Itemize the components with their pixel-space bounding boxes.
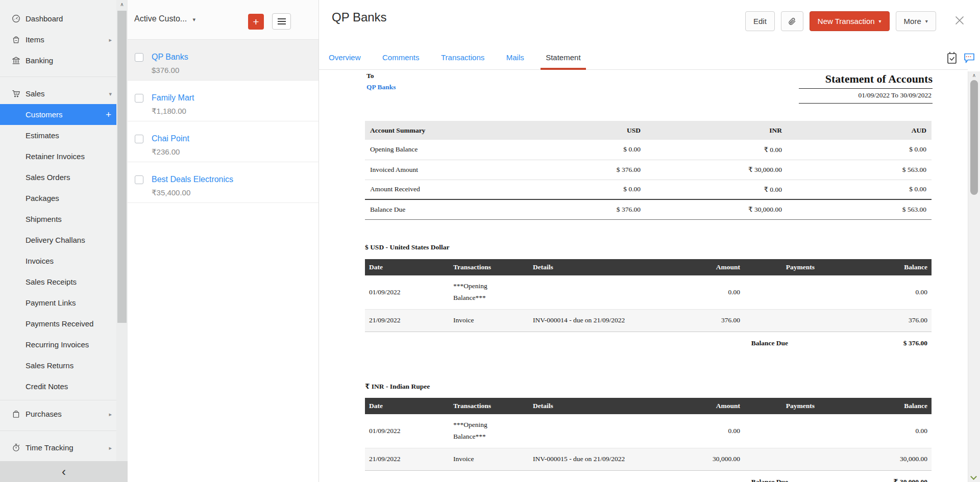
sidebar-item-label: Customers xyxy=(26,110,63,119)
chevron-left-icon: ‹ xyxy=(62,466,66,478)
sidebar-collapse-button[interactable]: ‹ xyxy=(0,461,128,482)
sidebar-item-banking[interactable]: Banking xyxy=(0,50,116,71)
sidebar-item-payments-received[interactable]: Payments Received xyxy=(0,313,116,334)
stopwatch-icon xyxy=(11,443,21,452)
sidebar-item-customers[interactable]: Customers + xyxy=(0,104,116,125)
tab-quick-icons: ... xyxy=(946,51,976,65)
add-customer-button[interactable]: + xyxy=(248,14,264,30)
sidebar-nav: Dashboard Items ▸ Banking Sales ▾ Custom… xyxy=(0,0,116,458)
sidebar-item-delivery-challans[interactable]: Delivery Challans xyxy=(0,230,116,250)
customer-row[interactable]: Best Deals Electronics ₹35,400.00 xyxy=(128,162,318,203)
customer-row[interactable]: Chai Point ₹236.00 xyxy=(128,121,318,162)
sidebar-item-packages[interactable]: Packages xyxy=(0,188,116,209)
summary-row: Opening Balance $ 0.00 ₹ 0.00 $ 0.00 xyxy=(365,140,932,160)
customer-list-panel: Active Custo... ▾ + QP Banks $376.00 Fam… xyxy=(128,0,319,482)
customer-name-link[interactable]: Family Mart xyxy=(152,93,194,103)
statement-heading: Statement of Accounts 01/09/2022 To 30/0… xyxy=(799,72,933,104)
sidebar-item-shipments[interactable]: Shipments xyxy=(0,209,116,230)
statement-period: 01/09/2022 To 30/09/2022 xyxy=(799,89,933,104)
sidebar-item-dashboard[interactable]: Dashboard xyxy=(0,8,116,29)
close-icon[interactable] xyxy=(953,14,967,28)
page-title: QP Banks xyxy=(332,10,387,24)
tab-transactions[interactable]: Transactions xyxy=(441,51,484,70)
sidebar-item-time-tracking[interactable]: Time Tracking ▸ xyxy=(0,437,116,458)
customer-name-link[interactable]: Best Deals Electronics xyxy=(152,175,233,184)
customer-checkbox[interactable] xyxy=(135,135,143,143)
sidebar-item-label: Purchases xyxy=(26,410,62,418)
transaction-row: 21/09/2022 Invoice INV-000015 - due on 2… xyxy=(365,448,932,470)
sidebar-item-label: Shipments xyxy=(26,215,62,223)
summary-row: Invoiced Amount $ 376.00 ₹ 30,000.00 $ 5… xyxy=(365,160,932,180)
sidebar-item-sales-orders[interactable]: Sales Orders xyxy=(0,167,116,188)
customer-checkbox[interactable] xyxy=(135,94,143,103)
tab-overview[interactable]: Overview xyxy=(329,51,361,70)
tab-mails[interactable]: Mails xyxy=(506,51,524,70)
sidebar-item-label: Packages xyxy=(26,194,59,202)
statement-scrollbar[interactable]: ∧ xyxy=(968,71,980,482)
sidebar-item-retainer-invoices[interactable]: Retainer Invoices xyxy=(0,146,116,167)
summary-col-header: INR xyxy=(646,121,787,140)
quick-add-customer-icon[interactable]: + xyxy=(106,109,111,120)
caret-down-icon: ▾ xyxy=(925,18,928,24)
sidebar-divider xyxy=(0,400,116,400)
sidebar-item-payment-links[interactable]: Payment Links xyxy=(0,292,116,313)
sidebar-item-label: Sales Orders xyxy=(26,173,70,182)
currency-section-usd: $ USD - United States Dollar Date Transa… xyxy=(365,240,932,354)
sidebar-item-sales[interactable]: Sales ▾ xyxy=(0,83,116,104)
main-panel: QP Banks Edit New Transaction ▾ More ▾ O… xyxy=(319,0,980,482)
customer-row[interactable]: QP Banks $376.00 xyxy=(128,40,318,81)
chevron-expanded-icon: ▾ xyxy=(109,90,112,97)
sidebar-item-invoices[interactable]: Invoices xyxy=(0,250,116,271)
sidebar-item-label: Invoices xyxy=(26,257,54,265)
sidebar-item-label: Sales Returns xyxy=(26,361,74,370)
summary-row: Amount Received $ 0.00 ₹ 0.00 $ 0.00 xyxy=(365,180,932,199)
transactions-header-row: Date Transactions Details Amount Payment… xyxy=(365,259,932,275)
statement-customer-link[interactable]: QP Banks xyxy=(366,83,396,91)
list-options-button[interactable] xyxy=(272,13,291,30)
edit-button[interactable]: Edit xyxy=(745,11,775,31)
new-transaction-button[interactable]: New Transaction ▾ xyxy=(810,11,890,31)
sidebar-item-recurring-invoices[interactable]: Recurring Invoices xyxy=(0,334,116,355)
customer-checkbox[interactable] xyxy=(135,175,143,184)
sidebar-item-estimates[interactable]: Estimates xyxy=(0,125,116,146)
shopping-bag-icon xyxy=(11,409,21,419)
caret-down-icon: ▾ xyxy=(193,16,196,22)
chevron-right-icon: ▸ xyxy=(109,411,112,417)
cart-icon xyxy=(11,89,21,98)
clipboard-check-icon[interactable] xyxy=(946,51,959,65)
customer-name-link[interactable]: QP Banks xyxy=(152,53,188,62)
comments-dots: ... xyxy=(966,54,972,57)
statement-to-label: To xyxy=(366,72,374,80)
sidebar-item-label: Retainer Invoices xyxy=(26,152,85,161)
tab-comments[interactable]: Comments xyxy=(382,51,420,70)
customer-checkbox[interactable] xyxy=(135,53,143,62)
sidebar-scrollbar-thumb[interactable] xyxy=(117,11,127,323)
customer-amount: $376.00 xyxy=(152,66,179,74)
customer-filter-label: Active Custo... xyxy=(134,14,187,23)
scroll-down-icon[interactable] xyxy=(971,474,977,480)
customer-row[interactable]: Family Mart ₹1,180.00 xyxy=(128,81,318,121)
sidebar-item-sales-returns[interactable]: Sales Returns xyxy=(0,355,116,376)
customer-amount: ₹236.00 xyxy=(152,147,180,157)
sidebar-item-sales-receipts[interactable]: Sales Receipts xyxy=(0,271,116,292)
customer-amount: ₹35,400.00 xyxy=(152,188,190,197)
tab-statement[interactable]: Statement xyxy=(546,51,580,70)
customer-filter-dropdown[interactable]: Active Custo... ▾ xyxy=(134,14,195,23)
sidebar-item-label: Payments Received xyxy=(26,319,93,328)
sidebar-item-purchases[interactable]: Purchases ▸ xyxy=(0,403,116,424)
comments-icon[interactable]: ... xyxy=(963,51,976,65)
sidebar-item-label: Estimates xyxy=(26,131,59,140)
customer-name-link[interactable]: Chai Point xyxy=(152,134,189,143)
transaction-row: 21/09/2022 Invoice INV-000014 - due on 2… xyxy=(365,309,932,332)
scroll-up-icon[interactable]: ∧ xyxy=(116,0,128,9)
transactions-table-usd: Date Transactions Details Amount Payment… xyxy=(365,259,932,332)
more-button[interactable]: More ▾ xyxy=(896,11,936,31)
transaction-row: 01/09/2022 ***Opening Balance*** 0.00 0.… xyxy=(365,275,932,309)
attachment-button[interactable] xyxy=(781,11,803,31)
section-balance-due: Balance Due ₹ 30,000.00 xyxy=(365,471,932,482)
sidebar-item-credit-notes[interactable]: Credit Notes xyxy=(0,376,116,397)
sidebar-scrollbar[interactable]: ∧ xyxy=(116,0,128,461)
scroll-up-icon[interactable]: ∧ xyxy=(968,71,980,80)
sidebar-item-items[interactable]: Items ▸ xyxy=(0,29,116,50)
statement-scrollbar-thumb[interactable] xyxy=(970,80,978,195)
